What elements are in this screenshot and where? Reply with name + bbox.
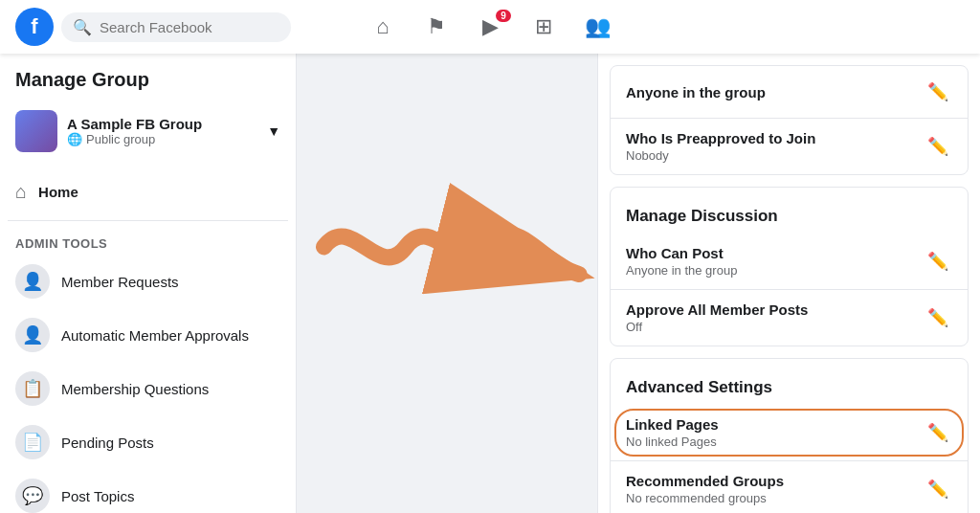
row-sub: No recommended groups (626, 491, 916, 505)
sidebar-item-home[interactable]: ⌂ Home (8, 171, 288, 212)
row-sub: Anyone in the group (626, 263, 916, 278)
sidebar-item-post-topics[interactable]: 💬 Post Topics (8, 469, 288, 513)
globe-icon: 🌐 (67, 132, 82, 146)
facebook-logo: f (15, 8, 54, 46)
admin-tools-label: Admin Tools (8, 229, 288, 255)
nav-people-button[interactable]: 👥 (570, 4, 624, 50)
home-label: Home (38, 184, 78, 200)
right-panel: Anyone in the group ✏️ Who Is Preapprove… (597, 54, 980, 513)
settings-card-join: Anyone in the group ✏️ Who Is Preapprove… (610, 65, 969, 175)
search-input[interactable] (100, 19, 279, 35)
top-navigation: f 🔍 ⌂ ⚑ ▶ 9 ⊞ 👥 (0, 0, 980, 54)
row-title: Recommended Groups (626, 473, 916, 489)
settings-row-content: Recommended Groups No recommended groups (626, 473, 916, 505)
settings-row-preapproved: Who Is Preapproved to Join Nobody ✏️ (611, 119, 968, 174)
member-requests-icon: 👤 (15, 264, 50, 299)
edit-icon[interactable]: ✏️ (924, 78, 952, 106)
edit-icon[interactable]: ✏️ (924, 303, 952, 332)
annotation-arrow (297, 54, 597, 513)
sidebar-item-automatic-member-approvals[interactable]: 👤 Automatic Member Approvals (8, 308, 288, 362)
edit-icon[interactable]: ✏️ (924, 418, 952, 447)
settings-card-discussion: Manage Discussion Who Can Post Anyone in… (610, 187, 969, 346)
pending-posts-icon: 📄 (15, 425, 50, 459)
group-name: A Sample FB Group (67, 116, 202, 132)
settings-row-content: Who Can Post Anyone in the group (626, 245, 916, 278)
group-details: A Sample FB Group 🌐 Public group (67, 116, 202, 146)
right-panel-wrapper: Anyone in the group ✏️ Who Is Preapprove… (597, 54, 980, 513)
row-title: Anyone in the group (626, 84, 916, 100)
nav-video-button[interactable]: ▶ 9 (463, 4, 517, 50)
linked-pages-sub: No linked Pages (626, 435, 916, 449)
group-dropdown-icon[interactable]: ▼ (267, 123, 280, 139)
nav-store-button[interactable]: ⊞ (517, 4, 570, 50)
post-topics-icon: 💬 (15, 479, 50, 513)
settings-row-content: Anyone in the group (626, 84, 916, 100)
content-middle (297, 54, 597, 513)
row-sub: Off (626, 320, 916, 334)
settings-row-content: Approve All Member Posts Off (626, 301, 916, 334)
edit-icon[interactable]: ✏️ (924, 132, 952, 161)
row-title: Approve All Member Posts (626, 301, 916, 318)
advanced-settings-header: Advanced Settings (626, 370, 952, 401)
sidebar: Manage Group A Sample FB Group 🌐 Public … (0, 54, 297, 513)
sidebar-item-label: Pending Posts (61, 435, 154, 451)
settings-card-advanced: Advanced Settings Linked Pages No linked… (610, 358, 969, 513)
sidebar-item-pending-posts[interactable]: 📄 Pending Posts (8, 415, 288, 469)
search-icon: 🔍 (73, 18, 92, 36)
group-avatar (15, 110, 57, 152)
nav-icons: ⌂ ⚑ ▶ 9 ⊞ 👥 (356, 4, 624, 50)
settings-row-content: Linked Pages No linked Pages (626, 416, 916, 449)
main-layout: Manage Group A Sample FB Group 🌐 Public … (0, 54, 980, 513)
row-sub: Nobody (626, 148, 916, 163)
sidebar-item-label: Membership Questions (61, 381, 209, 397)
group-type: 🌐 Public group (67, 132, 202, 146)
settings-row-content: Who Is Preapproved to Join Nobody (626, 130, 916, 163)
edit-icon[interactable]: ✏️ (924, 247, 952, 276)
membership-questions-icon: 📋 (15, 371, 50, 406)
settings-row-who-can-post: Who Can Post Anyone in the group ✏️ (611, 234, 968, 290)
nav-home-button[interactable]: ⌂ (356, 4, 410, 50)
settings-row-recommended-groups: Recommended Groups No recommended groups… (611, 461, 968, 513)
search-bar[interactable]: 🔍 (61, 12, 291, 42)
divider-1 (8, 220, 288, 221)
row-title: Who Can Post (626, 245, 916, 261)
edit-icon[interactable]: ✏️ (924, 475, 952, 503)
settings-row-linked-pages: Linked Pages No linked Pages ✏️ (611, 405, 968, 461)
row-title: Who Is Preapproved to Join (626, 130, 916, 146)
sidebar-item-label: Automatic Member Approvals (61, 327, 249, 344)
video-badge: 9 (496, 10, 511, 22)
nav-flag-button[interactable]: ⚑ (410, 4, 463, 50)
group-info[interactable]: A Sample FB Group 🌐 Public group ▼ (8, 102, 288, 160)
home-icon: ⌂ (15, 181, 27, 203)
sidebar-item-member-requests[interactable]: 👤 Member Requests (8, 255, 288, 308)
linked-pages-title: Linked Pages (626, 416, 916, 433)
sidebar-item-label: Member Requests (61, 274, 179, 290)
sidebar-item-membership-questions[interactable]: 📋 Membership Questions (8, 362, 288, 415)
sidebar-item-label: Post Topics (61, 488, 134, 504)
automatic-approvals-icon: 👤 (15, 318, 50, 352)
settings-row-approve-posts: Approve All Member Posts Off ✏️ (611, 290, 968, 346)
settings-row-anyone: Anyone in the group ✏️ (611, 66, 968, 119)
manage-discussion-header: Manage Discussion (626, 199, 952, 230)
sidebar-title: Manage Group (8, 69, 288, 102)
